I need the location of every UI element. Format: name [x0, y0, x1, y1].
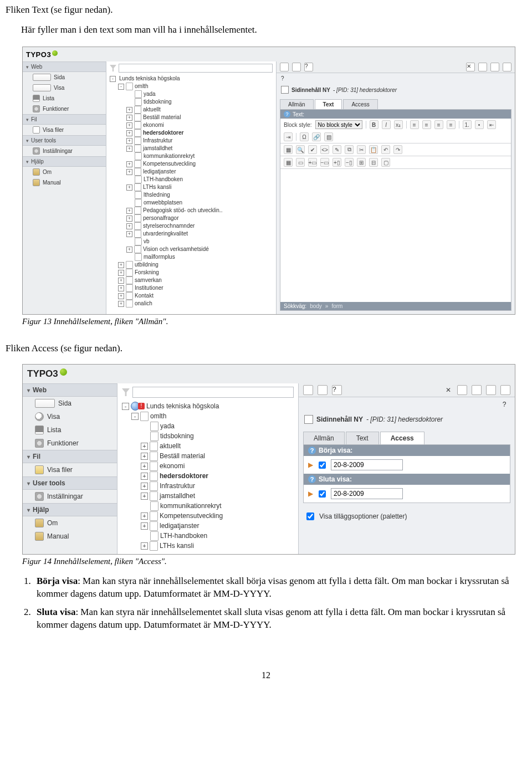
tree-row[interactable]: -omlth: [110, 83, 273, 90]
tree-row[interactable]: vb: [110, 238, 273, 245]
expand-icon[interactable]: ▶: [308, 461, 313, 469]
paste-icon[interactable]: 📋: [369, 145, 378, 154]
close-icon[interactable]: ✕: [466, 63, 475, 71]
expand-box-icon[interactable]: +: [126, 138, 132, 144]
nav-group-user-tools[interactable]: User tools: [23, 135, 106, 146]
tab-access[interactable]: Access: [380, 432, 424, 444]
nav-group-user-tools[interactable]: User tools: [23, 476, 117, 490]
tree-row[interactable]: +aktuellt: [110, 106, 273, 114]
help-icon[interactable]: ?: [304, 63, 313, 71]
expand-box-icon[interactable]: +: [118, 285, 124, 291]
tree-row[interactable]: +Beställ material: [122, 451, 294, 461]
align-center-icon[interactable]: ≡: [422, 120, 431, 129]
split-cell-icon[interactable]: ⊟: [369, 158, 378, 167]
align-left-icon[interactable]: ≡: [410, 120, 419, 129]
tree-row[interactable]: +Pedagogisk stöd- och utvecklin..: [110, 207, 273, 214]
nav-item-lista[interactable]: Lista: [23, 423, 117, 437]
tab-text[interactable]: Text: [346, 432, 379, 444]
tree-row[interactable]: +aktuellt: [122, 441, 294, 451]
tree-row[interactable]: -omlth: [122, 411, 294, 421]
source-icon[interactable]: <>: [320, 145, 329, 154]
tree-row[interactable]: +onalich: [110, 300, 273, 307]
expand-box-icon[interactable]: +: [141, 443, 148, 450]
merge-cells-icon[interactable]: ⊞: [357, 158, 366, 167]
expand-box-icon[interactable]: +: [118, 270, 124, 276]
tree-row[interactable]: yada: [122, 421, 294, 431]
tree-row[interactable]: +ledigatjanster: [122, 521, 294, 531]
special-char-icon[interactable]: Ω: [300, 132, 309, 141]
expand-box-icon[interactable]: +: [118, 278, 124, 284]
expand-box-icon[interactable]: +: [126, 130, 132, 136]
refresh-icon[interactable]: [280, 63, 289, 71]
expand-box-icon[interactable]: +: [118, 293, 124, 299]
help-icon[interactable]: ?: [281, 75, 284, 81]
save-icon[interactable]: [457, 385, 467, 395]
page-tree[interactable]: -!Lunds tekniska högskola-omlthyadatidsb…: [122, 401, 294, 551]
nav-item-lista[interactable]: Lista: [23, 93, 106, 104]
nav-item-sida[interactable]: Sida: [23, 72, 106, 83]
nav-item-sida[interactable]: Sida: [23, 397, 117, 410]
expand-box-icon[interactable]: +: [141, 542, 148, 550]
tree-row[interactable]: +Vision och verksamhetsidé: [110, 245, 273, 253]
tree-row[interactable]: +samverkan: [110, 276, 273, 284]
expand-box-icon[interactable]: +: [126, 122, 132, 129]
image-icon[interactable]: ▧: [324, 132, 333, 141]
tree-row[interactable]: tidsbokning: [110, 98, 273, 106]
spellcheck-icon[interactable]: ✔: [308, 145, 317, 154]
reload-icon[interactable]: [292, 63, 301, 71]
nav-item-visa[interactable]: Visa: [23, 410, 117, 423]
tree-filter-input[interactable]: [119, 64, 273, 73]
copy-icon[interactable]: ⧉: [345, 145, 354, 154]
indent-icon[interactable]: ⇥: [284, 132, 293, 141]
expand-box-icon[interactable]: +: [126, 115, 132, 121]
tree-row[interactable]: +ekonomi: [110, 121, 273, 129]
nav-group-hjalp[interactable]: Hjälp: [23, 156, 106, 167]
tree-row[interactable]: omwebbplatsen: [110, 199, 273, 207]
save-close-icon[interactable]: [486, 385, 496, 395]
expand-box-icon[interactable]: +: [126, 107, 132, 113]
close-icon[interactable]: ✕: [444, 386, 453, 394]
nav-item-visa-filer[interactable]: Visa filer: [23, 463, 117, 476]
italic-icon[interactable]: I: [382, 120, 391, 129]
nav-item-manual[interactable]: Manual: [23, 177, 106, 188]
nav-group-hjalp[interactable]: Hjälp: [23, 503, 117, 516]
expand-box-icon[interactable]: -: [118, 84, 124, 90]
rte-textarea[interactable]: [280, 169, 511, 302]
tree-row[interactable]: +Institutioner: [110, 284, 273, 292]
align-justify-icon[interactable]: ≡: [447, 120, 456, 129]
expand-box-icon[interactable]: +: [126, 216, 132, 222]
nav-item-funktioner[interactable]: Funktioner: [23, 437, 117, 450]
save-icon[interactable]: [478, 63, 487, 71]
block-style-select[interactable]: No block style: [315, 120, 362, 129]
tree-row[interactable]: +hedersdoktorer: [110, 129, 273, 137]
help-icon[interactable]: ?: [499, 399, 509, 409]
save-close-icon[interactable]: [490, 63, 499, 71]
tree-row[interactable]: mailformplus: [110, 253, 273, 261]
expand-box-icon[interactable]: +: [126, 184, 132, 191]
end-show-checkbox[interactable]: [319, 490, 326, 498]
link-icon[interactable]: 🔗: [312, 132, 321, 141]
info-icon[interactable]: ?: [308, 475, 316, 483]
tab-allman[interactable]: Allmän: [303, 432, 345, 444]
reload-icon[interactable]: [318, 385, 328, 395]
path-form[interactable]: form: [331, 303, 342, 309]
row-props-icon[interactable]: ▭: [296, 158, 305, 167]
expand-box-icon[interactable]: +: [141, 453, 148, 460]
path-body[interactable]: body: [310, 303, 322, 309]
tree-row[interactable]: +utvarderingkvalitet: [110, 230, 273, 238]
tab-access[interactable]: Access: [343, 99, 377, 109]
tree-row[interactable]: +styrelserochnamnder: [110, 222, 273, 230]
tree-row[interactable]: +Forskning: [110, 269, 273, 276]
expand-icon[interactable]: ▶: [308, 490, 313, 498]
cut-icon[interactable]: ✂: [357, 145, 366, 154]
expand-box-icon[interactable]: +: [126, 231, 132, 237]
filter-icon[interactable]: [110, 65, 116, 71]
end-show-date[interactable]: [331, 488, 403, 499]
nav-item-installningar[interactable]: Inställningar: [23, 490, 117, 503]
tree-row[interactable]: +utbildning: [110, 261, 273, 269]
refresh-icon[interactable]: [303, 385, 313, 395]
begin-show-checkbox[interactable]: [319, 462, 326, 469]
save-new-icon[interactable]: [500, 385, 510, 395]
table-icon[interactable]: ▦: [284, 145, 293, 154]
nav-group-fil[interactable]: Fil: [23, 450, 117, 463]
